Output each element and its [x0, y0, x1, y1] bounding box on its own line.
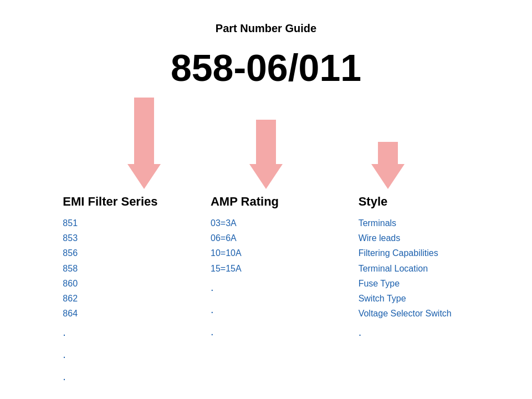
style-item-filtering: Filtering Capabilities: [359, 245, 438, 260]
emi-item-862: 862: [63, 291, 78, 306]
amp-dot-3: .: [211, 320, 214, 342]
column-amp-rating: AMP Rating 03=3A 06=6A 10=10A 15=15A . .…: [211, 195, 321, 387]
column-emi-filter-series: EMI Filter Series 851 853 856 858 860 86…: [63, 195, 173, 387]
amp-item-15: 15=15A: [211, 261, 242, 276]
emi-item-858: 858: [63, 261, 78, 276]
page-container: Part Number Guide 858-06/011 EMI Filter …: [0, 0, 532, 399]
emi-dot-3: .: [63, 365, 66, 387]
amp-item-06: 06=6A: [211, 231, 237, 245]
arrow-amp-rating: [249, 120, 283, 189]
style-item-terminal-location: Terminal Location: [359, 261, 428, 276]
arrow-shaft-3: [378, 142, 398, 164]
amp-item-03: 03=3A: [211, 216, 237, 231]
column-style: Style Terminals Wire leads Filtering Cap…: [359, 195, 469, 387]
amp-dot-2: .: [211, 298, 214, 320]
style-title: Style: [359, 195, 388, 209]
amp-item-10: 10=10A: [211, 245, 242, 260]
emi-item-856: 856: [63, 245, 78, 260]
arrows-row: [0, 100, 532, 189]
amp-rating-title: AMP Rating: [211, 195, 279, 209]
style-item-switch-type: Switch Type: [359, 291, 406, 306]
arrow-head-3: [371, 164, 405, 189]
style-item-wire-leads: Wire leads: [359, 231, 401, 245]
style-item-fuse-type: Fuse Type: [359, 276, 400, 291]
style-item-voltage-selector: Voltage Selector Switch: [359, 306, 452, 321]
arrow-style: [371, 142, 405, 189]
emi-item-864: 864: [63, 306, 78, 321]
arrow-shaft-2: [256, 120, 276, 164]
amp-dot-1: .: [211, 276, 214, 298]
emi-dot-1: .: [63, 321, 66, 343]
content-row: EMI Filter Series 851 853 856 858 860 86…: [0, 195, 532, 387]
arrow-head-1: [127, 164, 161, 189]
emi-item-851: 851: [63, 216, 78, 231]
style-dot-1: .: [359, 321, 362, 343]
emi-filter-title: EMI Filter Series: [63, 195, 157, 209]
style-item-terminals: Terminals: [359, 216, 396, 231]
page-title: Part Number Guide: [0, 0, 532, 35]
emi-item-860: 860: [63, 276, 78, 291]
arrow-shaft-1: [134, 98, 154, 164]
part-number-display: 858-06/011: [0, 46, 532, 89]
emi-item-853: 853: [63, 231, 78, 245]
emi-dot-2: .: [63, 343, 66, 365]
arrow-head-2: [249, 164, 283, 189]
arrow-emi-filter: [127, 98, 161, 189]
